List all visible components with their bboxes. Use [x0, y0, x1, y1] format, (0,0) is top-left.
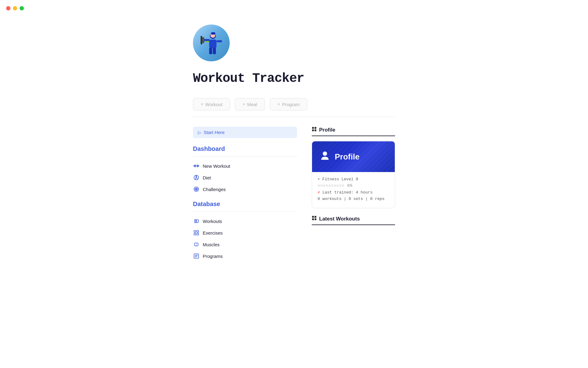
- nav-exercises[interactable]: Exercises: [193, 228, 297, 238]
- dumbbell-icon: [193, 163, 200, 169]
- profile-card-title: Profile: [335, 152, 360, 162]
- svg-point-33: [323, 151, 327, 156]
- plus-icon-2: +: [243, 102, 245, 107]
- plus-icon-3: +: [277, 102, 280, 107]
- svg-rect-7: [209, 48, 212, 54]
- left-nav: ▷ Start Here Dashboard New Workout: [193, 127, 297, 263]
- svg-rect-22: [197, 231, 199, 232]
- diet-label: Diet: [203, 175, 211, 180]
- maximize-button[interactable]: [20, 6, 24, 10]
- latest-workouts-title-text: Latest Workouts: [319, 216, 360, 222]
- add-workout-label: Workout: [205, 102, 222, 107]
- nav-new-workout[interactable]: New Workout: [193, 161, 297, 171]
- right-col: Profile Profile + Fitness Level 0 ○○○○○○…: [312, 127, 395, 228]
- last-trained-stat: ✗ Last trained: 4 hours: [318, 190, 389, 195]
- svg-rect-8: [213, 48, 216, 54]
- nav-programs[interactable]: Programs: [193, 251, 297, 261]
- add-workout-button[interactable]: + Workout: [193, 98, 230, 110]
- profile-section-title: Profile: [312, 127, 395, 136]
- svg-rect-35: [315, 216, 316, 218]
- profile-card-body: + Fitness Level 0 ○○○○○○○○○○ 0% ✗ Last t…: [312, 172, 395, 208]
- progress-dots-stat: ○○○○○○○○○○ 0%: [318, 183, 389, 188]
- exercises-icon: [193, 229, 200, 236]
- quick-add-row: + Workout + Meal + Program: [193, 98, 395, 117]
- fitness-level-stat: + Fitness Level 0: [318, 177, 389, 182]
- new-workout-label: New Workout: [203, 163, 230, 169]
- dashboard-heading: Dashboard: [193, 145, 297, 152]
- svg-rect-6: [217, 40, 222, 42]
- target-icon: [193, 186, 200, 193]
- programs-icon: [193, 253, 200, 259]
- avatar-illustration: [198, 29, 225, 57]
- plus-icon: +: [201, 102, 203, 107]
- minimize-button[interactable]: [13, 6, 17, 10]
- close-button[interactable]: [6, 6, 10, 10]
- svg-rect-1: [209, 40, 217, 48]
- add-meal-label: Meal: [247, 102, 257, 107]
- dashboard-divider: [193, 156, 297, 156]
- svg-point-19: [196, 189, 197, 190]
- last-trained-text: Last trained: 4 hours: [322, 190, 373, 195]
- muscles-icon: [193, 241, 200, 248]
- workouts-label: Workouts: [203, 219, 222, 224]
- diet-icon: [193, 174, 200, 181]
- svg-rect-5: [201, 36, 202, 44]
- svg-rect-20: [197, 220, 198, 223]
- challenges-label: Challenges: [203, 187, 226, 192]
- svg-rect-30: [315, 127, 316, 129]
- add-program-button[interactable]: + Program: [270, 98, 307, 110]
- muscles-label: Muscles: [203, 242, 220, 247]
- nav-challenges[interactable]: Challenges: [193, 184, 297, 194]
- profile-card-header: Profile: [312, 141, 395, 172]
- svg-rect-23: [194, 233, 196, 235]
- two-col-layout: ▷ Start Here Dashboard New Workout: [193, 127, 395, 263]
- svg-rect-34: [312, 216, 314, 218]
- person-icon: [319, 150, 330, 163]
- grid-icon-2: [312, 216, 317, 222]
- play-icon: ▷: [198, 130, 201, 135]
- app-title: Workout Tracker: [193, 71, 395, 86]
- start-here-item[interactable]: ▷ Start Here: [193, 127, 297, 138]
- svg-rect-21: [194, 231, 196, 232]
- profile-card[interactable]: Profile + Fitness Level 0 ○○○○○○○○○○ 0% …: [312, 141, 395, 208]
- svg-rect-24: [197, 233, 199, 235]
- workout-summary-stat: 0 workouts | 0 sets | 0 reps: [318, 197, 389, 201]
- latest-workouts-section-title: Latest Workouts: [312, 216, 395, 225]
- grid-icon: [312, 127, 317, 133]
- avatar: [193, 25, 230, 61]
- avatar-container: [193, 25, 395, 61]
- nav-workouts[interactable]: Workouts: [193, 216, 297, 226]
- workouts-icon: [193, 218, 200, 224]
- database-divider: [193, 211, 297, 212]
- svg-rect-13: [195, 165, 196, 167]
- svg-rect-32: [315, 129, 316, 131]
- svg-rect-31: [312, 129, 314, 131]
- svg-rect-4: [202, 37, 204, 43]
- add-meal-button[interactable]: + Meal: [235, 98, 265, 110]
- start-here-label: Start Here: [204, 130, 224, 135]
- programs-label: Programs: [203, 254, 223, 259]
- profile-title-text: Profile: [319, 127, 335, 133]
- svg-rect-29: [312, 127, 314, 129]
- database-heading: Database: [193, 201, 297, 208]
- svg-rect-36: [312, 218, 314, 220]
- nav-diet[interactable]: Diet: [193, 172, 297, 183]
- exercises-label: Exercises: [203, 230, 223, 236]
- add-program-label: Program: [282, 102, 300, 107]
- nav-muscles[interactable]: Muscles: [193, 239, 297, 250]
- svg-rect-14: [197, 165, 198, 167]
- window-controls: [6, 6, 24, 10]
- main-content: Workout Tracker + Workout + Meal + Progr…: [181, 0, 407, 281]
- svg-rect-37: [315, 218, 316, 220]
- svg-rect-10: [211, 32, 215, 35]
